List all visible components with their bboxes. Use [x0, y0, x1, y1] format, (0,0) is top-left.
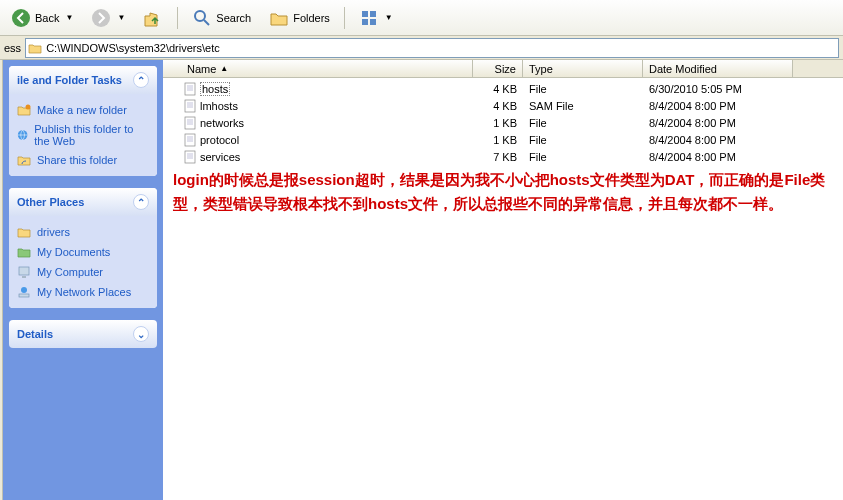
file-date: 8/4/2004 8:00 PM: [643, 134, 793, 146]
file-row[interactable]: services7 KBFile8/4/2004 8:00 PM: [163, 148, 843, 165]
tasks-title: ile and Folder Tasks: [17, 74, 122, 86]
file-date: 8/4/2004 8:00 PM: [643, 151, 793, 163]
svg-rect-3: [362, 11, 368, 17]
col-type-label: Type: [529, 63, 553, 75]
svg-rect-12: [19, 294, 29, 297]
col-date-label: Date Modified: [649, 63, 717, 75]
file-size: 1 KB: [473, 134, 523, 146]
views-dropdown-icon: ▼: [385, 13, 393, 22]
file-icon: [183, 116, 197, 130]
main-toolbar: Back ▼ ▼ Search Folders ▼: [0, 0, 843, 36]
forward-button[interactable]: ▼: [84, 4, 132, 32]
sidebar: ile and Folder Tasks ⌃ Make a new folder…: [3, 60, 163, 500]
place-label: My Computer: [37, 266, 103, 278]
file-date: 8/4/2004 8:00 PM: [643, 117, 793, 129]
svg-point-0: [12, 9, 30, 27]
file-icon: [183, 99, 197, 113]
forward-icon: [91, 8, 111, 28]
place-network[interactable]: My Network Places: [17, 282, 149, 302]
share-icon: [17, 153, 31, 167]
views-button[interactable]: ▼: [352, 4, 400, 32]
places-body: drivers My Documents My Computer My Netw…: [9, 216, 157, 308]
file-row[interactable]: hosts4 KBFile6/30/2010 5:05 PM: [163, 80, 843, 97]
place-computer[interactable]: My Computer: [17, 262, 149, 282]
collapse-icon: ⌃: [133, 194, 149, 210]
folder-icon: [17, 225, 31, 239]
search-label: Search: [216, 12, 251, 24]
file-date: 6/30/2010 5:05 PM: [643, 83, 793, 95]
svg-rect-6: [370, 19, 376, 25]
globe-icon: [17, 128, 28, 142]
separator: [177, 7, 178, 29]
svg-rect-9: [19, 267, 29, 275]
file-icon: [183, 150, 197, 164]
views-icon: [359, 8, 379, 28]
back-button[interactable]: Back ▼: [4, 4, 80, 32]
col-date[interactable]: Date Modified: [643, 60, 793, 77]
place-drivers[interactable]: drivers: [17, 222, 149, 242]
file-name: lmhosts: [200, 100, 238, 112]
file-size: 7 KB: [473, 151, 523, 163]
col-size[interactable]: Size: [473, 60, 523, 77]
file-row[interactable]: protocol1 KBFile8/4/2004 8:00 PM: [163, 131, 843, 148]
folders-icon: [269, 8, 289, 28]
file-row[interactable]: networks1 KBFile8/4/2004 8:00 PM: [163, 114, 843, 131]
file-date: 8/4/2004 8:00 PM: [643, 100, 793, 112]
tasks-body: Make a new folder Publish this folder to…: [9, 94, 157, 176]
svg-rect-29: [185, 151, 195, 163]
col-name-label: Name: [187, 63, 216, 75]
file-type: File: [523, 134, 643, 146]
back-label: Back: [35, 12, 59, 24]
svg-rect-25: [185, 134, 195, 146]
col-name[interactable]: Name ▲: [163, 60, 473, 77]
task-label: Publish this folder to the Web: [34, 123, 149, 147]
annotation-text: login的时候总是报session超时，结果是因为我不小心把hosts文件类型…: [173, 168, 833, 216]
file-type: File: [523, 151, 643, 163]
task-new-folder[interactable]: Make a new folder: [17, 100, 149, 120]
back-icon: [11, 8, 31, 28]
task-label: Make a new folder: [37, 104, 127, 116]
search-button[interactable]: Search: [185, 4, 258, 32]
details-panel: Details ⌄: [9, 320, 157, 348]
places-header[interactable]: Other Places ⌃: [9, 188, 157, 216]
file-name: networks: [200, 117, 244, 129]
svg-point-1: [92, 9, 110, 27]
task-share[interactable]: Share this folder: [17, 150, 149, 170]
places-title: Other Places: [17, 196, 84, 208]
file-type: File: [523, 83, 643, 95]
folders-button[interactable]: Folders: [262, 4, 337, 32]
documents-icon: [17, 245, 31, 259]
file-name: hosts: [200, 83, 230, 95]
folder-icon: [28, 41, 42, 55]
col-size-label: Size: [495, 63, 516, 75]
col-type[interactable]: Type: [523, 60, 643, 77]
task-publish[interactable]: Publish this folder to the Web: [17, 120, 149, 150]
task-label: Share this folder: [37, 154, 117, 166]
svg-rect-13: [185, 83, 195, 95]
address-input[interactable]: C:\WINDOWS\system32\drivers\etc: [25, 38, 839, 58]
main-area: ile and Folder Tasks ⌃ Make a new folder…: [0, 60, 843, 500]
file-rows: hosts4 KBFile6/30/2010 5:05 PMlmhosts4 K…: [163, 78, 843, 167]
separator: [344, 7, 345, 29]
search-icon: [192, 8, 212, 28]
address-label: ess: [4, 42, 21, 54]
tasks-header[interactable]: ile and Folder Tasks ⌃: [9, 66, 157, 94]
svg-point-7: [26, 105, 31, 110]
place-documents[interactable]: My Documents: [17, 242, 149, 262]
svg-point-2: [195, 11, 205, 21]
file-size: 4 KB: [473, 83, 523, 95]
up-icon: [143, 8, 163, 28]
svg-rect-5: [362, 19, 368, 25]
file-row[interactable]: lmhosts4 KBSAM File8/4/2004 8:00 PM: [163, 97, 843, 114]
place-label: drivers: [37, 226, 70, 238]
expand-icon: ⌄: [133, 326, 149, 342]
details-header[interactable]: Details ⌄: [9, 320, 157, 348]
up-button[interactable]: [136, 4, 170, 32]
address-bar: ess C:\WINDOWS\system32\drivers\etc: [0, 36, 843, 60]
details-title: Details: [17, 328, 53, 340]
back-dropdown-icon: ▼: [65, 13, 73, 22]
file-type: File: [523, 117, 643, 129]
svg-rect-10: [22, 276, 26, 278]
collapse-icon: ⌃: [133, 72, 149, 88]
sort-icon: ▲: [220, 64, 228, 73]
